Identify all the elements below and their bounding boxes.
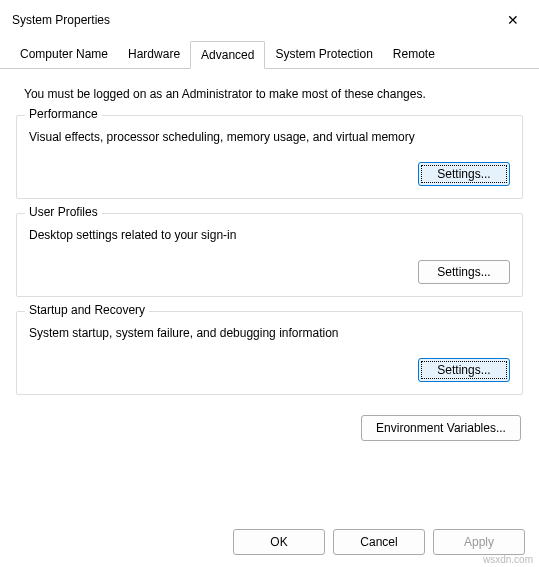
group-performance-desc: Visual effects, processor scheduling, me… (29, 130, 510, 144)
tab-system-protection[interactable]: System Protection (265, 41, 382, 69)
group-performance-title: Performance (25, 107, 102, 121)
tab-advanced[interactable]: Advanced (190, 41, 265, 69)
watermark: wsxdn.com (483, 554, 533, 565)
admin-note: You must be logged on as an Administrato… (24, 87, 523, 101)
ok-button[interactable]: OK (233, 529, 325, 555)
environment-variables-button[interactable]: Environment Variables... (361, 415, 521, 441)
group-user-profiles: User Profiles Desktop settings related t… (16, 213, 523, 297)
group-user-profiles-title: User Profiles (25, 205, 102, 219)
window-title: System Properties (12, 13, 110, 27)
group-user-profiles-desc: Desktop settings related to your sign-in (29, 228, 510, 242)
group-startup-recovery: Startup and Recovery System startup, sys… (16, 311, 523, 395)
tab-content: You must be logged on as an Administrato… (0, 69, 539, 449)
tab-hardware[interactable]: Hardware (118, 41, 190, 69)
startup-recovery-settings-button[interactable]: Settings... (418, 358, 510, 382)
tab-computer-name[interactable]: Computer Name (10, 41, 118, 69)
titlebar: System Properties ✕ (0, 0, 539, 36)
dialog-actions: OK Cancel Apply (233, 529, 525, 555)
tab-remote[interactable]: Remote (383, 41, 445, 69)
tab-strip: Computer Name Hardware Advanced System P… (0, 40, 539, 69)
user-profiles-settings-button[interactable]: Settings... (418, 260, 510, 284)
cancel-button[interactable]: Cancel (333, 529, 425, 555)
performance-settings-button[interactable]: Settings... (418, 162, 510, 186)
apply-button[interactable]: Apply (433, 529, 525, 555)
group-startup-recovery-desc: System startup, system failure, and debu… (29, 326, 510, 340)
close-icon[interactable]: ✕ (499, 10, 527, 30)
group-performance: Performance Visual effects, processor sc… (16, 115, 523, 199)
group-startup-recovery-title: Startup and Recovery (25, 303, 149, 317)
